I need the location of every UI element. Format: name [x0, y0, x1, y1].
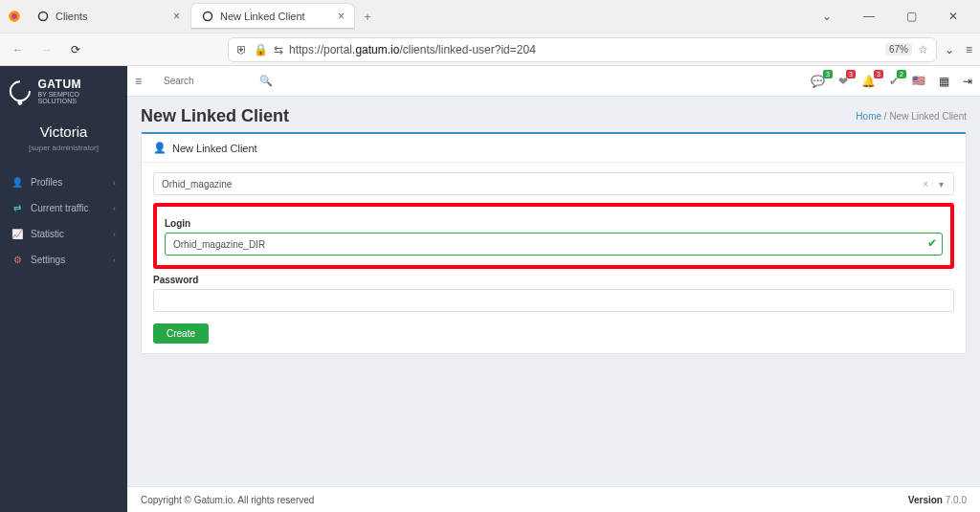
- user-role: [super administrator]: [0, 144, 127, 152]
- sidebar-item-settings[interactable]: ⚙ Settings ‹: [0, 247, 127, 273]
- sidebar: GATUM BY SEMPICO SOLUTIONS Victoria [sup…: [0, 66, 127, 512]
- login-label: Login: [165, 218, 943, 229]
- sidebar-item-label: Settings: [31, 255, 65, 265]
- reload-button[interactable]: ⟳: [65, 39, 86, 60]
- select-caret-icon[interactable]: ▾: [932, 179, 946, 189]
- version-label: Version: [908, 495, 943, 505]
- sidebar-item-profiles[interactable]: 👤 Profiles ‹: [0, 169, 127, 195]
- chevron-left-icon: ‹: [113, 230, 116, 239]
- zoom-level[interactable]: 67%: [885, 43, 912, 56]
- browser-chrome: Clients × New Linked Client × ＋ ⌄ ― ▢ ✕ …: [0, 0, 980, 66]
- traffic-icon: ⇄: [11, 203, 23, 213]
- address-bar: ← → ⟳ ⛨ 🔒 ⇆ https://portal.gatum.io/clie…: [0, 33, 980, 65]
- chevron-left-icon: ‹: [113, 204, 116, 213]
- highlighted-login-section: Login ✔: [153, 203, 954, 269]
- footer: Copyright © Gatum.io. All rights reserve…: [127, 486, 980, 512]
- card-new-linked-client: 👤 New Linked Client Orhid_magazine × ▾ L…: [141, 132, 967, 354]
- card-title: New Linked Client: [172, 143, 257, 154]
- sidebar-item-label: Statistic: [31, 229, 64, 239]
- tab-favicon-icon: [36, 10, 50, 23]
- page-title: New Linked Client: [141, 106, 289, 126]
- shield-icon[interactable]: ⛨: [236, 43, 248, 56]
- tab-close-icon[interactable]: ×: [173, 10, 180, 23]
- tab-title: New Linked Client: [220, 11, 332, 22]
- client-select[interactable]: Orhid_magazine × ▾: [153, 172, 954, 195]
- search-input[interactable]: [160, 72, 275, 90]
- bookmark-star-icon[interactable]: ☆: [918, 43, 928, 56]
- svg-point-1: [11, 13, 17, 19]
- brand: GATUM BY SEMPICO SOLUTIONS: [0, 66, 127, 116]
- main: ≡ 🔍 💬3 ❤3 🔔3 ✔2 🇺🇸 ▦ ⇥ New Linked Client…: [127, 66, 980, 512]
- lock-icon[interactable]: 🔒: [254, 43, 268, 56]
- minimize-button[interactable]: ―: [854, 10, 884, 23]
- sidebar-item-traffic[interactable]: ⇄ Current traffic ‹: [0, 195, 127, 221]
- sidebar-item-statistic[interactable]: 📈 Statistic ‹: [0, 221, 127, 247]
- brand-sub: BY SEMPICO SOLUTIONS: [38, 91, 119, 104]
- breadcrumb: Home / New Linked Client: [856, 111, 967, 122]
- breadcrumb-home[interactable]: Home: [856, 111, 881, 122]
- valid-check-icon: ✔: [927, 236, 937, 250]
- logo-icon: [5, 77, 34, 106]
- svg-point-3: [204, 12, 212, 21]
- forward-button[interactable]: →: [36, 39, 57, 60]
- client-select-value: Orhid_magazine: [162, 179, 232, 189]
- user-name: Victoria: [0, 123, 127, 140]
- app-menu-button[interactable]: ≡: [966, 43, 972, 56]
- chat-badge[interactable]: 💬3: [811, 75, 825, 88]
- check-badge[interactable]: ✔2: [889, 75, 899, 88]
- alert-badge[interactable]: 🔔3: [861, 75, 876, 88]
- close-window-button[interactable]: ✕: [938, 10, 969, 23]
- profiles-icon: 👤: [11, 177, 23, 188]
- sidebar-nav: 👤 Profiles ‹ ⇄ Current traffic ‹ 📈 Stati…: [0, 169, 127, 273]
- chevron-down-icon[interactable]: ⌄: [812, 10, 842, 23]
- sidebar-item-label: Profiles: [31, 177, 62, 188]
- brand-name: GATUM: [38, 78, 119, 91]
- tab-close-icon[interactable]: ×: [338, 10, 345, 23]
- login-input[interactable]: [165, 233, 943, 256]
- firefox-icon: [8, 10, 21, 23]
- url-text: https://portal.gatum.io/clients/linked-u…: [289, 43, 880, 56]
- new-tab-button[interactable]: ＋: [356, 5, 379, 28]
- tab-clients[interactable]: Clients ×: [27, 4, 189, 29]
- svg-point-2: [39, 12, 48, 21]
- url-input[interactable]: ⛨ 🔒 ⇆ https://portal.gatum.io/clients/li…: [228, 37, 937, 62]
- heart-badge[interactable]: ❤3: [838, 75, 848, 88]
- user-icon: 👤: [153, 142, 167, 154]
- copyright-text: Copyright © Gatum.io. All rights reserve…: [141, 495, 314, 505]
- tab-bar: Clients × New Linked Client × ＋ ⌄ ― ▢ ✕: [0, 0, 980, 33]
- clear-select-button[interactable]: ×: [919, 179, 932, 189]
- grid-icon[interactable]: ▦: [939, 75, 949, 88]
- maximize-button[interactable]: ▢: [896, 10, 926, 23]
- pocket-icon[interactable]: ⌄: [945, 43, 954, 56]
- breadcrumb-current: New Linked Client: [889, 111, 967, 122]
- card-header: 👤 New Linked Client: [142, 134, 966, 163]
- tab-new-linked-client[interactable]: New Linked Client ×: [191, 4, 354, 29]
- tab-favicon-icon: [201, 10, 214, 23]
- permissions-icon[interactable]: ⇆: [274, 43, 283, 56]
- flag-icon[interactable]: 🇺🇸: [912, 75, 925, 87]
- version-number: 7.0.0: [943, 495, 967, 505]
- chevron-left-icon: ‹: [113, 256, 116, 265]
- search-icon[interactable]: 🔍: [259, 75, 273, 87]
- tab-title: Clients: [56, 11, 167, 22]
- password-input[interactable]: [153, 289, 954, 312]
- menu-toggle-button[interactable]: ≡: [135, 75, 152, 88]
- password-label: Password: [153, 275, 954, 285]
- statistic-icon: 📈: [11, 229, 23, 239]
- window-controls: ⌄ ― ▢ ✕: [812, 10, 976, 23]
- sidebar-item-label: Current traffic: [31, 203, 88, 213]
- logout-icon[interactable]: ⇥: [963, 75, 972, 88]
- chevron-left-icon: ‹: [113, 178, 116, 188]
- topbar: ≡ 🔍 💬3 ❤3 🔔3 ✔2 🇺🇸 ▦ ⇥: [127, 66, 980, 97]
- back-button[interactable]: ←: [8, 39, 29, 60]
- settings-icon: ⚙: [11, 255, 23, 265]
- create-button[interactable]: Create: [153, 323, 209, 344]
